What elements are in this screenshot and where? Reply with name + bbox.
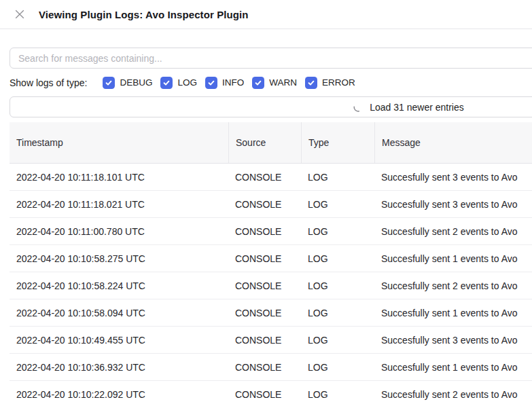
log-type-filter-item[interactable]: ERROR: [305, 77, 355, 89]
cell-timestamp: 2022-04-20 10:10:36.932 UTC: [10, 362, 228, 373]
checkmark-icon: [207, 79, 215, 87]
cell-source: CONSOLE: [228, 172, 301, 183]
checkbox-label: LOG: [177, 77, 197, 88]
cell-message: Succesfully sent 3 events to Avo: [374, 172, 532, 183]
checkbox-label: INFO: [222, 77, 244, 88]
content-area: Show logs of type: DEBUG LOG: [10, 48, 532, 404]
cell-type: LOG: [301, 253, 374, 264]
column-header-type: Type: [301, 122, 374, 163]
page-title: Viewing Plugin Logs: Avo Inspector Plugi…: [39, 9, 249, 20]
cell-type: LOG: [301, 308, 374, 318]
log-type-filter-item[interactable]: INFO: [205, 77, 244, 89]
column-header-source: Source: [228, 122, 301, 163]
cell-timestamp: 2022-04-20 10:11:18.021 UTC: [10, 199, 228, 210]
cell-source: CONSOLE: [228, 253, 301, 264]
table-row[interactable]: 2022-04-20 10:10:58.224 UTC CONSOLE LOG …: [10, 272, 532, 299]
cell-source: CONSOLE: [228, 199, 301, 210]
cell-message: Succesfully sent 3 events to Avo: [374, 199, 532, 210]
checkmark-icon: [307, 79, 315, 87]
cell-type: LOG: [301, 335, 374, 346]
cell-message: Succesfully sent 2 events to Avo: [374, 280, 532, 291]
cell-type: LOG: [301, 362, 374, 373]
cell-type: LOG: [301, 389, 374, 400]
titlebar: Viewing Plugin Logs: Avo Inspector Plugi…: [0, 0, 532, 29]
cell-timestamp: 2022-04-20 10:10:22.092 UTC: [10, 389, 228, 400]
log-type-filter-item[interactable]: DEBUG: [103, 77, 152, 89]
cell-source: CONSOLE: [228, 226, 301, 237]
column-header-timestamp: Timestamp: [10, 122, 228, 163]
cell-timestamp: 2022-04-20 10:10:58.275 UTC: [10, 253, 228, 264]
table-header-row: Timestamp Source Type Message: [10, 122, 532, 164]
checkbox-checked-icon[interactable]: [205, 77, 217, 89]
cell-type: LOG: [301, 172, 374, 183]
checkbox-checked-icon[interactable]: [160, 77, 173, 89]
table-row[interactable]: 2022-04-20 10:11:18.021 UTC CONSOLE LOG …: [10, 191, 532, 218]
table-row[interactable]: 2022-04-20 10:10:36.932 UTC CONSOLE LOG …: [10, 354, 532, 381]
checkbox-checked-icon[interactable]: [305, 77, 317, 89]
checkmark-icon: [162, 79, 171, 87]
loading-spinner-icon: [353, 102, 363, 113]
column-header-message: Message: [374, 122, 532, 163]
table-row[interactable]: 2022-04-20 10:11:00.780 UTC CONSOLE LOG …: [10, 218, 532, 245]
checkbox-label: WARN: [269, 77, 297, 88]
log-type-filter-item[interactable]: WARN: [252, 77, 297, 89]
cell-source: CONSOLE: [228, 389, 301, 400]
cell-message: Succesfully sent 1 events to Avo: [374, 253, 532, 264]
checkbox-label: ERROR: [322, 77, 355, 88]
cell-type: LOG: [301, 226, 374, 237]
checkbox-label: DEBUG: [120, 77, 152, 88]
log-type-filter-row: Show logs of type: DEBUG LOG: [10, 76, 532, 89]
log-type-filter-item[interactable]: LOG: [160, 77, 197, 89]
plugin-logs-view: Viewing Plugin Logs: Avo Inspector Plugi…: [0, 0, 532, 404]
table-row[interactable]: 2022-04-20 10:10:58.094 UTC CONSOLE LOG …: [10, 299, 532, 327]
table-row[interactable]: 2022-04-20 10:10:49.455 UTC CONSOLE LOG …: [10, 327, 532, 354]
table-row[interactable]: 2022-04-20 10:10:58.275 UTC CONSOLE LOG …: [10, 245, 532, 272]
checkmark-icon: [254, 79, 262, 87]
close-icon[interactable]: [15, 10, 24, 19]
cell-timestamp: 2022-04-20 10:11:18.101 UTC: [10, 172, 228, 183]
cell-source: CONSOLE: [228, 335, 301, 346]
cell-type: LOG: [301, 280, 374, 291]
cell-timestamp: 2022-04-20 10:10:58.094 UTC: [10, 308, 228, 318]
cell-timestamp: 2022-04-20 10:10:58.224 UTC: [10, 280, 228, 291]
cell-message: Succesfully sent 2 events to Avo: [374, 226, 532, 237]
cell-source: CONSOLE: [228, 362, 301, 373]
cell-message: Succesfully sent 2 events to Avo: [374, 389, 532, 400]
cell-type: LOG: [301, 199, 374, 210]
cell-timestamp: 2022-04-20 10:10:49.455 UTC: [10, 335, 228, 346]
cell-source: CONSOLE: [228, 280, 301, 291]
logs-table: Timestamp Source Type Message 2022-04-20…: [10, 122, 532, 404]
checkmark-icon: [105, 79, 113, 87]
cell-message: Succesfully sent 1 events to Avo: [374, 362, 532, 373]
load-button-label: Load 31 newer entries: [370, 102, 464, 113]
cell-source: CONSOLE: [228, 308, 301, 318]
cell-message: Succesfully sent 1 events to Avo: [374, 308, 532, 318]
table-row[interactable]: 2022-04-20 10:11:18.101 UTC CONSOLE LOG …: [10, 164, 532, 191]
search-input[interactable]: [10, 48, 532, 69]
x-close-icon: [15, 10, 24, 19]
filter-label: Show logs of type:: [10, 77, 87, 88]
table-body: 2022-04-20 10:11:18.101 UTC CONSOLE LOG …: [10, 164, 532, 404]
cell-message: Succesfully sent 3 events to Avo: [374, 335, 532, 346]
checkbox-checked-icon[interactable]: [103, 77, 115, 89]
cell-timestamp: 2022-04-20 10:11:00.780 UTC: [10, 226, 228, 237]
checkbox-checked-icon[interactable]: [252, 77, 264, 89]
table-row[interactable]: 2022-04-20 10:10:22.092 UTC CONSOLE LOG …: [10, 381, 532, 404]
load-newer-entries-button[interactable]: Load 31 newer entries: [10, 96, 532, 117]
